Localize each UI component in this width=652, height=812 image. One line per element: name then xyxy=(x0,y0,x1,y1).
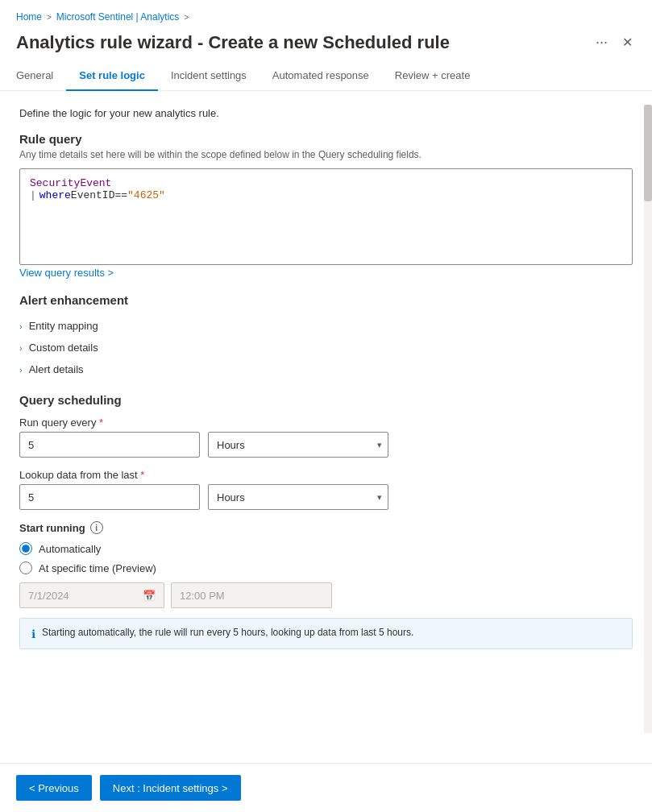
start-running-info-icon[interactable]: i xyxy=(90,521,103,534)
rule-query-section: Rule query Any time details set here wil… xyxy=(19,132,633,265)
lookup-row: Hours ▾ xyxy=(19,484,633,510)
tabs-nav: General Set rule logic Incident settings… xyxy=(0,62,652,91)
breadcrumb: Home > Microsoft Sentinel | Analytics > xyxy=(0,0,652,27)
radio-automatically-label: Automatically xyxy=(39,543,101,555)
custom-details-item[interactable]: › Custom details xyxy=(19,337,633,358)
date-input: 7/1/2024 📅 xyxy=(19,582,164,608)
tab-general[interactable]: General xyxy=(16,63,66,91)
start-running-section: Start running i Automatically At specifi… xyxy=(19,521,633,649)
radio-specific-time[interactable]: At specific time (Preview) xyxy=(19,561,633,574)
title-icons: ··· ✕ xyxy=(592,31,636,54)
lookup-group: Lookup data from the last * Hours ▾ xyxy=(19,469,633,510)
tab-review-create[interactable]: Review + create xyxy=(382,63,484,91)
scrollbar-track[interactable] xyxy=(644,105,652,733)
info-box-message: Starting automatically, the rule will ru… xyxy=(42,627,413,638)
date-value: 7/1/2024 xyxy=(28,590,69,602)
footer: < Previous Next : Incident settings > xyxy=(0,763,652,812)
run-query-unit-wrapper: Hours ▾ xyxy=(208,432,388,458)
query-scheduling-title: Query scheduling xyxy=(19,393,633,407)
breadcrumb-sep1: > xyxy=(47,13,52,22)
previous-button[interactable]: < Previous xyxy=(16,775,92,801)
page-title: Analytics rule wizard - Create a new Sch… xyxy=(16,32,592,53)
calendar-icon: 📅 xyxy=(143,590,156,602)
code-keyword-security-event: SecurityEvent xyxy=(30,177,111,189)
view-results-link[interactable]: View query results > xyxy=(19,267,114,279)
scrollbar-thumb[interactable] xyxy=(644,105,652,201)
time-input: 12:00 PM xyxy=(171,582,332,608)
more-options-icon[interactable]: ··· xyxy=(592,31,611,54)
alert-details-item[interactable]: › Alert details xyxy=(19,358,633,380)
run-query-row: Hours ▾ xyxy=(19,432,633,458)
code-pipe: | xyxy=(30,189,36,201)
tab-automated-response[interactable]: Automated response xyxy=(260,63,382,91)
code-line-1: SecurityEvent xyxy=(30,177,622,189)
code-line-2: | where EventID == "4625" xyxy=(30,189,622,201)
code-editor-wrapper: ⤢ SecurityEvent | where EventID == "4625… xyxy=(19,168,633,265)
breadcrumb-sep2: > xyxy=(184,13,189,22)
info-box: ℹ Starting automatically, the rule will … xyxy=(19,618,633,649)
custom-details-label: Custom details xyxy=(29,342,98,354)
alert-enhancement-section: Alert enhancement › Entity mapping › Cus… xyxy=(19,293,633,380)
chevron-right-icon-entity: › xyxy=(19,321,23,331)
run-query-value-input[interactable] xyxy=(19,432,200,458)
run-query-label: Run query every * xyxy=(19,416,633,429)
radio-group: Automatically At specific time (Preview) xyxy=(19,542,633,574)
radio-automatically[interactable]: Automatically xyxy=(19,542,633,555)
rule-query-title: Rule query xyxy=(19,132,633,146)
entity-mapping-item[interactable]: › Entity mapping xyxy=(19,315,633,337)
query-scheduling-section: Query scheduling Run query every * Hours… xyxy=(19,393,633,649)
tab-set-rule-logic[interactable]: Set rule logic xyxy=(66,63,158,91)
lookup-unit-wrapper: Hours ▾ xyxy=(208,484,388,510)
alert-details-label: Alert details xyxy=(29,363,84,375)
run-query-unit-select[interactable]: Hours xyxy=(208,432,388,458)
lookup-unit-select[interactable]: Hours xyxy=(208,484,388,510)
code-op: == xyxy=(114,189,127,201)
tab-incident-settings[interactable]: Incident settings xyxy=(158,63,260,91)
chevron-right-icon-custom: › xyxy=(19,343,23,353)
start-running-label: Start running i xyxy=(19,521,633,534)
breadcrumb-sentinel[interactable]: Microsoft Sentinel | Analytics xyxy=(56,11,180,23)
radio-specific-time-label: At specific time (Preview) xyxy=(39,562,156,574)
alert-enhancement-title: Alert enhancement xyxy=(19,293,633,307)
title-bar: Analytics rule wizard - Create a new Sch… xyxy=(0,27,652,62)
run-query-group: Run query every * Hours ▾ xyxy=(19,416,633,458)
time-value: 12:00 PM xyxy=(180,590,225,602)
section-description: Define the logic for your new analytics … xyxy=(19,107,633,119)
entity-mapping-label: Entity mapping xyxy=(29,320,98,332)
main-content: Define the logic for your new analytics … xyxy=(0,91,652,665)
rule-query-subtitle: Any time details set here will be within… xyxy=(19,149,633,160)
next-button[interactable]: Next : Incident settings > xyxy=(100,775,241,801)
info-box-icon: ℹ xyxy=(31,628,35,640)
code-value: "4625" xyxy=(127,189,165,201)
code-where: where xyxy=(39,189,71,201)
close-icon[interactable]: ✕ xyxy=(619,31,636,53)
radio-automatically-input[interactable] xyxy=(19,542,32,555)
breadcrumb-home[interactable]: Home xyxy=(16,11,42,23)
code-field: EventID xyxy=(71,189,115,201)
datetime-row: 7/1/2024 📅 12:00 PM xyxy=(19,582,633,608)
lookup-value-input[interactable] xyxy=(19,484,200,510)
radio-specific-time-input[interactable] xyxy=(19,561,32,574)
code-editor[interactable]: SecurityEvent | where EventID == "4625" xyxy=(19,168,633,265)
chevron-right-icon-alert: › xyxy=(19,365,23,375)
lookup-label: Lookup data from the last * xyxy=(19,469,633,481)
